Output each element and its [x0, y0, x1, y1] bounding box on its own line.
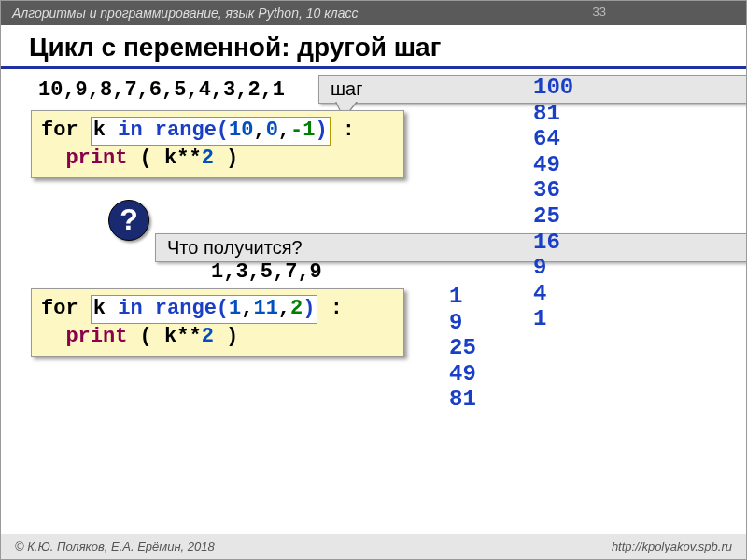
- code-block-2: for k in range(1,11,2) : print ( k**2 ): [31, 288, 404, 357]
- kw-print: print: [65, 147, 127, 170]
- page-number: 33: [593, 5, 606, 19]
- step-label: шаг: [331, 78, 362, 99]
- page-title: Цикл с переменной: другой шаг: [1, 25, 746, 69]
- output-1: 100 81 64 49 36 25 16 9 4 1: [533, 75, 573, 332]
- sequence-1: 10,9,8,7,6,5,4,3,2,1: [38, 78, 285, 102]
- question-icon: ?: [108, 200, 149, 241]
- range-highlight-1: k in range(10,0,-1): [91, 117, 331, 146]
- kw-for: for: [41, 119, 78, 142]
- header-bar: Алгоритмы и программирование, язык Pytho…: [1, 1, 746, 25]
- content-area: 10,9,8,7,6,5,4,3,2,1 шаг for k in range(…: [1, 69, 746, 517]
- question-callout: Что получится?: [155, 233, 747, 262]
- output-2: 1 9 25 49 81: [449, 284, 476, 413]
- footer-copyright: © К.Ю. Поляков, Е.А. Ерёмин, 2018: [15, 539, 215, 553]
- footer-url: http://kpolyakov.spb.ru: [612, 539, 732, 553]
- sequence-2: 1,3,5,7,9: [211, 260, 322, 284]
- range-highlight-2: k in range(1,11,2): [91, 295, 318, 324]
- breadcrumb: Алгоритмы и программирование, язык Pytho…: [12, 6, 358, 21]
- code-block-1: for k in range(10,0,-1) : print ( k**2 ): [31, 110, 404, 178]
- question-text: Что получится?: [167, 237, 303, 258]
- footer-bar: © К.Ю. Поляков, Е.А. Ерёмин, 2018 http:/…: [1, 534, 746, 559]
